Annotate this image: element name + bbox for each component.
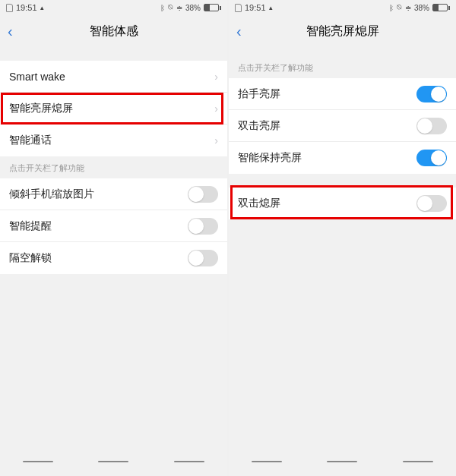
row-label: 双击熄屏 (238, 197, 280, 210)
header: ‹ 智能体感 (0, 15, 227, 47)
page-title: 智能体感 (0, 24, 227, 39)
status-time: 19:51 (16, 3, 37, 12)
row-label: Smart wake (9, 71, 65, 83)
toggle[interactable] (188, 186, 218, 203)
battery-pct: 38% (185, 4, 201, 12)
nav-list: Smart wake › 智能亮屏熄屏 › 智能通话 › (0, 61, 227, 156)
row-label: 智能通话 (9, 134, 52, 147)
header: ‹ 智能亮屏熄屏 (229, 15, 456, 47)
nav-recent[interactable] (252, 461, 282, 462)
bluetooth-icon: ᛒ (160, 4, 165, 12)
toggle-list: 倾斜手机缩放图片 智能提醒 隔空解锁 (0, 178, 227, 274)
wifi-icon: ≑ (405, 4, 411, 12)
battery-icon (204, 4, 221, 11)
nav-home[interactable] (327, 461, 357, 462)
toggle[interactable] (188, 250, 218, 266)
sim-icon (6, 4, 13, 12)
row-doubletap-wake[interactable]: 双击亮屏 (229, 110, 456, 142)
phone-right: 19:51 ▴ ᛒ ⦰ ≑ 38% ‹ 智能亮屏熄屏 点击开关栏了解功能 抬手亮… (229, 0, 456, 476)
row-smart-remind[interactable]: 智能提醒 (0, 210, 227, 242)
nav-back[interactable] (174, 461, 204, 462)
status-time: 19:51 (245, 3, 266, 12)
row-raise-wake[interactable]: 抬手亮屏 (229, 78, 456, 110)
chevron-right-icon: › (214, 134, 218, 147)
sim-icon (235, 4, 242, 12)
row-label: 双击亮屏 (238, 119, 280, 133)
toggle[interactable] (416, 86, 447, 102)
navbar (0, 447, 227, 476)
nav-back[interactable] (403, 461, 433, 462)
toggle[interactable] (416, 118, 447, 134)
section-label: 点击开关栏了解功能 (229, 47, 456, 78)
page-title: 智能亮屏熄屏 (229, 24, 456, 39)
chevron-right-icon: › (214, 71, 218, 83)
row-smart-stay[interactable]: 智能保持亮屏 (229, 142, 456, 174)
back-button[interactable]: ‹ (236, 23, 242, 40)
row-label: 智能亮屏熄屏 (9, 102, 73, 115)
toggle[interactable] (188, 218, 218, 235)
battery-pct: 38% (414, 4, 429, 12)
signal-icon: ▴ (40, 4, 44, 11)
battery-icon (432, 4, 450, 11)
row-smart-wake[interactable]: Smart wake › (0, 61, 227, 93)
toggle-list-b: 双击熄屏 (229, 188, 456, 219)
statusbar: 19:51 ▴ ᛒ ⦰ ≑ 38% (0, 0, 227, 15)
section-label: 点击开关栏了解功能 (0, 156, 227, 178)
nav-home[interactable] (98, 461, 128, 462)
toggle[interactable] (416, 150, 447, 166)
nav-recent[interactable] (23, 461, 53, 462)
row-smart-call[interactable]: 智能通话 › (0, 125, 227, 156)
row-tilt-zoom[interactable]: 倾斜手机缩放图片 (0, 178, 227, 210)
toggle[interactable] (416, 195, 447, 212)
dnd-icon: ⦰ (397, 3, 402, 12)
statusbar: 19:51 ▴ ᛒ ⦰ ≑ 38% (229, 0, 456, 15)
bluetooth-icon: ᛒ (389, 4, 394, 12)
row-label: 智能保持亮屏 (238, 151, 302, 165)
phone-left: 19:51 ▴ ᛒ ⦰ ≑ 38% ‹ 智能体感 Smart wake › 智能… (0, 0, 227, 476)
row-doubletap-off[interactable]: 双击熄屏 (229, 188, 456, 219)
row-label: 倾斜手机缩放图片 (9, 188, 94, 201)
row-label: 隔空解锁 (9, 251, 52, 265)
row-label: 抬手亮屏 (238, 87, 280, 101)
toggle-list-a: 抬手亮屏 双击亮屏 智能保持亮屏 (229, 78, 456, 174)
wifi-icon: ≑ (176, 4, 182, 12)
navbar (229, 447, 456, 476)
row-air-unlock[interactable]: 隔空解锁 (0, 242, 227, 274)
chevron-right-icon: › (214, 102, 218, 115)
back-button[interactable]: ‹ (8, 23, 13, 40)
row-label: 智能提醒 (9, 219, 52, 233)
signal-icon: ▴ (269, 4, 273, 11)
dnd-icon: ⦰ (168, 3, 173, 12)
row-smart-screen[interactable]: 智能亮屏熄屏 › (0, 93, 227, 125)
